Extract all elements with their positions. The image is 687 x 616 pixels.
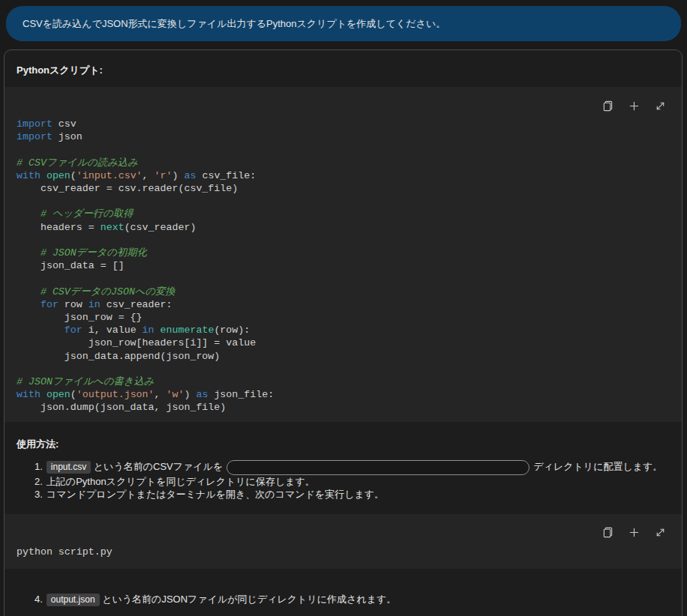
usage-heading: 使用方法:	[16, 438, 670, 451]
expand-button[interactable]	[654, 100, 666, 112]
code-line: csv_reader = csv.reader(csv_file)	[16, 182, 670, 195]
copy-icon	[602, 100, 614, 112]
python-code: import csvimport json # CSVファイルの読み込みwith…	[4, 111, 682, 419]
plus-icon	[628, 527, 640, 538]
usage-list: 1.input.csv という名前のCSVファイルをディレクトリに配置します。 …	[16, 460, 670, 501]
code-line: with open('input.csv', 'r') as csv_file:	[16, 169, 670, 182]
usage-step-1: 1.input.csv という名前のCSVファイルをディレクトリに配置します。	[34, 460, 670, 475]
code-block-python-script: import csvimport json # CSVファイルの読み込みwith…	[4, 87, 682, 422]
copy-icon	[602, 527, 614, 538]
assistant-response-panel: Pythonスクリプト: import	[4, 49, 682, 616]
list-text: 上記のPythonスクリプトを同じディレクトリに保存します。	[46, 476, 315, 487]
plus-icon	[628, 100, 640, 112]
list-text: という名前のCSVファイルを	[91, 461, 223, 472]
code-block-run-command: python script.py	[4, 514, 682, 569]
list-text: コマンドプロンプトまたはターミナルを開き、次のコマンドを実行します。	[46, 489, 384, 500]
usage-step-2: 2.上記のPythonスクリプトを同じディレクトリに保存します。	[34, 475, 670, 488]
inline-code-chip: output.json	[46, 594, 100, 606]
directory-input[interactable]	[226, 460, 530, 475]
code-line: json.dump(json_data, json_file)	[16, 401, 670, 414]
code-line: json_data = []	[16, 259, 670, 272]
code-line: headers = next(csv_reader)	[16, 221, 670, 234]
insert-button[interactable]	[628, 527, 640, 539]
copy-button[interactable]	[602, 527, 614, 539]
list-number: 3.	[34, 489, 43, 500]
code-line: json_row = {}	[16, 311, 670, 324]
code-line: # JSONファイルへの書き込み	[16, 375, 670, 388]
list-text: という名前のJSONファイルが同じディレクトリに作成されます。	[100, 594, 397, 605]
code-toolbar	[4, 514, 682, 538]
expand-icon	[655, 527, 666, 538]
code-line	[16, 143, 670, 156]
response-heading: Pythonスクリプト:	[4, 50, 682, 87]
user-prompt-bubble: CSVを読み込んでJSON形式に変換しファイル出力するPythonスクリプトを作…	[6, 6, 681, 41]
code-line: json_row[headers[i]] = value	[16, 336, 670, 349]
code-line: import json	[16, 130, 670, 143]
code-line: json_data.append(json_row)	[16, 350, 670, 363]
code-line: # CSVファイルの読み込み	[16, 157, 670, 169]
code-line: # ヘッダー行の取得	[16, 208, 670, 220]
usage-list-continued: 4.output.json という名前のJSONファイルが同じディレクトリに作成…	[16, 593, 670, 606]
code-line	[16, 195, 670, 208]
list-number: 1.	[34, 461, 43, 472]
code-line: import csv	[16, 118, 670, 130]
usage-step4-section: 4.output.json という名前のJSONファイルが同じディレクトリに作成…	[4, 569, 682, 606]
user-prompt-text: CSVを読み込んでJSON形式に変換しファイル出力するPythonスクリプトを作…	[22, 17, 446, 31]
usage-step-3: 3.コマンドプロンプトまたはターミナルを開き、次のコマンドを実行します。	[34, 488, 670, 501]
list-number: 2.	[34, 476, 43, 487]
expand-icon	[655, 100, 666, 112]
code-line	[16, 272, 670, 285]
usage-section: 使用方法: 1.input.csv という名前のCSVファイルをディレクトリに配…	[4, 422, 682, 501]
insert-button[interactable]	[628, 100, 640, 112]
code-line: # JSONデータの初期化	[16, 247, 670, 259]
code-line	[16, 234, 670, 247]
code-line: with open('output.json', 'w') as json_fi…	[16, 388, 670, 401]
rate-row: Rate this answer:	[4, 606, 682, 616]
code-line: python script.py	[16, 546, 670, 558]
code-line	[16, 363, 670, 375]
inline-code-chip: input.csv	[46, 461, 91, 474]
code-line: for i, value in enumerate(row):	[16, 324, 670, 336]
code-line: # CSVデータのJSONへの変換	[16, 286, 670, 298]
list-number: 4.	[34, 594, 43, 605]
expand-button[interactable]	[654, 527, 666, 539]
usage-step-4: 4.output.json という名前のJSONファイルが同じディレクトリに作成…	[34, 593, 670, 606]
run-command-code: python script.py	[4, 538, 682, 569]
code-toolbar	[4, 87, 682, 111]
copy-button[interactable]	[602, 100, 614, 112]
code-line: for row in csv_reader:	[16, 298, 670, 311]
list-text: ディレクトリに配置します。	[533, 461, 662, 472]
